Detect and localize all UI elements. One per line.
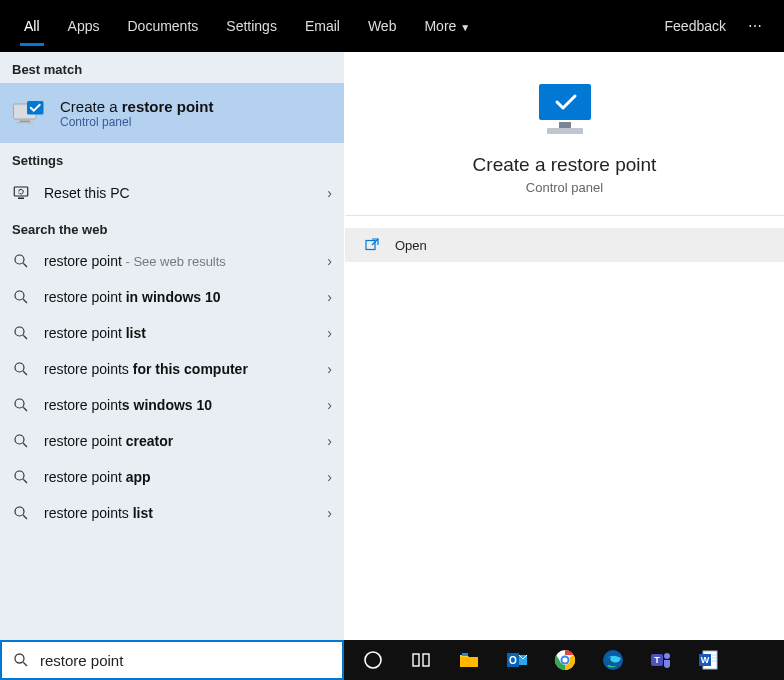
preview-icon bbox=[529, 80, 601, 140]
tab-all[interactable]: All bbox=[10, 4, 54, 48]
settings-item-label: Reset this PC bbox=[44, 185, 313, 201]
search-icon bbox=[12, 432, 30, 450]
svg-rect-2 bbox=[17, 122, 34, 124]
feedback-link[interactable]: Feedback bbox=[653, 4, 738, 48]
svg-rect-22 bbox=[539, 84, 591, 120]
best-match-result[interactable]: Create a restore point Control panel bbox=[0, 83, 344, 143]
svg-point-18 bbox=[15, 471, 24, 480]
web-result[interactable]: restore point app › bbox=[0, 459, 344, 495]
search-icon bbox=[12, 360, 30, 378]
search-icon bbox=[12, 504, 30, 522]
svg-line-28 bbox=[23, 662, 27, 666]
chevron-right-icon: › bbox=[327, 469, 332, 485]
svg-line-9 bbox=[23, 299, 27, 303]
chevron-right-icon: › bbox=[327, 433, 332, 449]
web-result-label: restore point creator bbox=[44, 433, 313, 449]
svg-point-8 bbox=[15, 291, 24, 300]
web-result[interactable]: restore point in windows 10 › bbox=[0, 279, 344, 315]
svg-rect-23 bbox=[559, 122, 571, 128]
action-open-label: Open bbox=[395, 238, 427, 253]
section-search-web: Search the web bbox=[0, 212, 344, 243]
taskbar-word[interactable]: W bbox=[686, 640, 732, 680]
taskbar-edge[interactable] bbox=[590, 640, 636, 680]
svg-line-15 bbox=[23, 407, 27, 411]
results-pane: Best match Create a restore point Contro… bbox=[0, 52, 344, 640]
search-box[interactable] bbox=[0, 640, 344, 680]
svg-point-29 bbox=[365, 652, 381, 668]
chevron-right-icon: › bbox=[327, 185, 332, 201]
svg-line-17 bbox=[23, 443, 27, 447]
search-input[interactable] bbox=[40, 652, 332, 669]
search-icon bbox=[12, 468, 30, 486]
svg-point-20 bbox=[15, 507, 24, 516]
svg-point-6 bbox=[15, 255, 24, 264]
tab-settings[interactable]: Settings bbox=[212, 4, 291, 48]
chevron-right-icon: › bbox=[327, 505, 332, 521]
web-result-label: restore point list bbox=[44, 325, 313, 341]
search-icon bbox=[12, 288, 30, 306]
tab-web[interactable]: Web bbox=[354, 4, 411, 48]
web-result[interactable]: restore point creator › bbox=[0, 423, 344, 459]
taskbar: O T W bbox=[344, 640, 784, 680]
section-best-match: Best match bbox=[0, 52, 344, 83]
restore-point-icon bbox=[12, 99, 48, 127]
svg-text:W: W bbox=[701, 655, 710, 665]
svg-point-27 bbox=[15, 654, 24, 663]
tab-apps[interactable]: Apps bbox=[54, 4, 114, 48]
more-options-icon[interactable]: ⋯ bbox=[738, 4, 774, 48]
web-result-label: restore point - See web results bbox=[44, 253, 313, 269]
svg-line-11 bbox=[23, 335, 27, 339]
taskbar-file-explorer[interactable] bbox=[446, 640, 492, 680]
svg-point-40 bbox=[563, 658, 568, 663]
preview-title: Create a restore point bbox=[345, 154, 784, 176]
web-result[interactable]: restore points for this computer › bbox=[0, 351, 344, 387]
settings-item-reset-pc[interactable]: Reset this PC › bbox=[0, 174, 344, 212]
svg-rect-5 bbox=[18, 198, 24, 200]
taskbar-outlook[interactable]: O bbox=[494, 640, 540, 680]
svg-point-44 bbox=[664, 653, 670, 659]
tab-email[interactable]: Email bbox=[291, 4, 354, 48]
svg-point-14 bbox=[15, 399, 24, 408]
svg-rect-30 bbox=[413, 654, 419, 666]
search-icon bbox=[12, 252, 30, 270]
chevron-right-icon: › bbox=[327, 397, 332, 413]
taskbar-cortana[interactable] bbox=[350, 640, 396, 680]
svg-line-13 bbox=[23, 371, 27, 375]
search-icon bbox=[12, 324, 30, 342]
svg-point-12 bbox=[15, 363, 24, 372]
best-match-subtitle: Control panel bbox=[60, 115, 213, 129]
svg-rect-25 bbox=[366, 241, 375, 250]
preview-pane: Create a restore point Control panel Ope… bbox=[344, 52, 784, 640]
web-result-label: restore point in windows 10 bbox=[44, 289, 313, 305]
tab-documents[interactable]: Documents bbox=[113, 4, 212, 48]
svg-rect-1 bbox=[20, 121, 31, 123]
section-settings: Settings bbox=[0, 143, 344, 174]
taskbar-teams[interactable]: T bbox=[638, 640, 684, 680]
top-tabs-bar: All Apps Documents Settings Email Web Mo… bbox=[0, 0, 784, 52]
web-result-label: restore points windows 10 bbox=[44, 397, 313, 413]
tab-more[interactable]: More▼ bbox=[410, 4, 484, 48]
best-match-title: Create a restore point bbox=[60, 98, 213, 115]
web-result-label: restore points for this computer bbox=[44, 361, 313, 377]
taskbar-chrome[interactable] bbox=[542, 640, 588, 680]
web-result[interactable]: restore points windows 10 › bbox=[0, 387, 344, 423]
action-open[interactable]: Open bbox=[345, 228, 784, 262]
taskbar-task-view[interactable] bbox=[398, 640, 444, 680]
svg-text:T: T bbox=[654, 655, 660, 665]
web-result[interactable]: restore points list › bbox=[0, 495, 344, 531]
chevron-right-icon: › bbox=[327, 289, 332, 305]
chevron-down-icon: ▼ bbox=[460, 22, 470, 33]
web-result[interactable]: restore point - See web results › bbox=[0, 243, 344, 279]
reset-pc-icon bbox=[12, 184, 30, 202]
svg-rect-32 bbox=[460, 657, 478, 667]
svg-line-19 bbox=[23, 479, 27, 483]
svg-point-16 bbox=[15, 435, 24, 444]
web-result[interactable]: restore point list › bbox=[0, 315, 344, 351]
svg-rect-33 bbox=[462, 653, 468, 656]
chevron-right-icon: › bbox=[327, 361, 332, 377]
svg-point-10 bbox=[15, 327, 24, 336]
svg-rect-3 bbox=[27, 101, 44, 115]
search-icon bbox=[12, 396, 30, 414]
preview-subtitle: Control panel bbox=[345, 180, 784, 195]
open-icon bbox=[363, 236, 381, 254]
